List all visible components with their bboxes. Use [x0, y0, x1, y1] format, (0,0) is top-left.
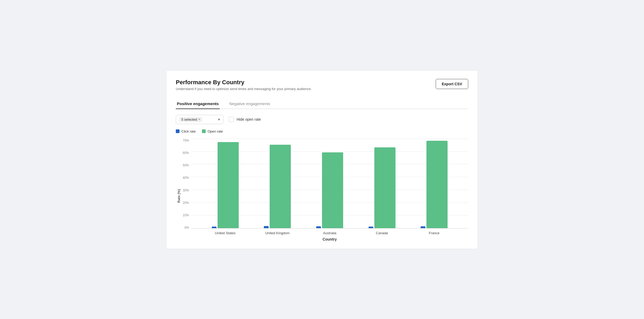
- chart-outer: Rate (%) 70% 60% 50% 40% 30% 20% 10% 0%: [176, 139, 468, 241]
- tabs-container: Positive engagements Negative engagement…: [176, 99, 468, 109]
- card-title: Performance By Country: [176, 79, 312, 86]
- bar-group-ca: [356, 147, 408, 228]
- hide-open-rate-control[interactable]: Hide open rate: [229, 117, 261, 122]
- click-rate-label: Click rate: [181, 129, 196, 133]
- x-label-ca: Canada: [356, 231, 408, 235]
- x-label-us: United States: [199, 231, 251, 235]
- selected-count-label: 5 selected: [181, 118, 197, 121]
- performance-by-country-card: Performance By Country Understand if you…: [166, 70, 478, 249]
- open-rate-label: Open rate: [208, 129, 223, 133]
- bar-open-us: [218, 142, 239, 228]
- bar-open-uk: [270, 145, 291, 228]
- x-axis-title: Country: [191, 237, 468, 241]
- x-label-au: Australia: [303, 231, 356, 235]
- controls-row: 5 selected × ▾ Hide open rate: [176, 115, 468, 124]
- chart-area: United States United Kingdom Australia C…: [191, 139, 468, 241]
- y-tick-3: 30%: [183, 189, 189, 192]
- chart-legend: Click rate Open rate: [176, 129, 468, 133]
- y-tick-labels: 70% 60% 50% 40% 30% 20% 10% 0%: [182, 139, 191, 241]
- bar-click-ca: [369, 227, 373, 228]
- header-text: Performance By Country Understand if you…: [176, 79, 312, 97]
- bars-row: [191, 139, 468, 228]
- y-axis-label: Rate (%): [176, 139, 182, 241]
- dropdown-arrow-icon: ▾: [218, 117, 220, 121]
- bar-click-au: [316, 226, 321, 228]
- y-tick-4: 40%: [183, 176, 189, 180]
- bars-and-grid: [191, 139, 468, 228]
- bar-group-us: [199, 142, 251, 228]
- y-tick-7: 70%: [183, 139, 189, 142]
- x-label-fr: France: [408, 231, 460, 235]
- y-tick-5: 50%: [183, 163, 189, 167]
- country-filter-dropdown[interactable]: 5 selected × ▾: [176, 115, 223, 124]
- y-tick-1: 10%: [183, 213, 189, 217]
- bar-open-ca: [374, 147, 395, 228]
- click-rate-color-swatch: [176, 129, 180, 133]
- hide-open-rate-checkbox[interactable]: [229, 117, 234, 122]
- tab-negative-engagements[interactable]: Negative engagements: [228, 99, 271, 109]
- y-tick-0: 0%: [185, 226, 189, 229]
- header-row: Performance By Country Understand if you…: [176, 79, 468, 97]
- y-tick-6: 60%: [183, 151, 189, 155]
- export-csv-button[interactable]: Export CSV: [436, 79, 468, 89]
- card-subtitle: Understand if you need to optimize send …: [176, 87, 312, 91]
- x-label-uk: United Kingdom: [251, 231, 304, 235]
- bar-click-us: [212, 227, 217, 228]
- bar-click-uk: [264, 226, 269, 228]
- legend-click-rate: Click rate: [176, 129, 196, 133]
- bar-open-fr: [426, 141, 448, 228]
- tab-positive-engagements[interactable]: Positive engagements: [176, 99, 220, 109]
- bar-group-uk: [251, 145, 304, 228]
- bar-group-fr: [408, 141, 460, 228]
- y-axis-label-text: Rate (%): [177, 189, 181, 203]
- bar-group-au: [303, 152, 356, 228]
- bar-click-fr: [421, 226, 425, 228]
- hide-open-rate-label: Hide open rate: [237, 117, 261, 121]
- open-rate-color-swatch: [202, 129, 206, 133]
- x-axis-labels: United States United Kingdom Australia C…: [191, 228, 468, 236]
- y-tick-2: 20%: [183, 201, 189, 205]
- selected-badge: 5 selected ×: [179, 117, 202, 122]
- clear-selection-icon[interactable]: ×: [198, 118, 200, 121]
- legend-open-rate: Open rate: [202, 129, 223, 133]
- bar-open-au: [322, 152, 343, 228]
